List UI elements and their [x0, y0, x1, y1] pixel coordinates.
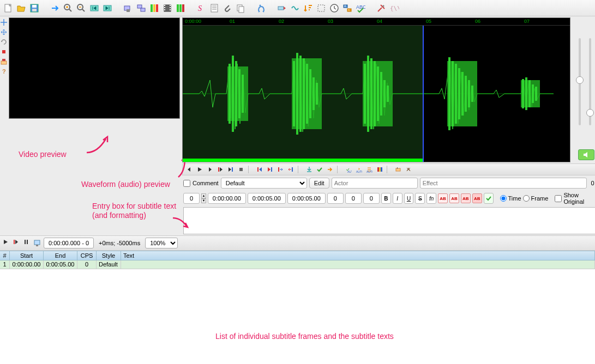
actor-input[interactable]	[332, 178, 418, 189]
strike-button[interactable]: S	[415, 193, 425, 204]
jump-start-icon[interactable]	[88, 2, 100, 14]
shift-times-icon[interactable]	[276, 2, 288, 14]
help-icon[interactable]: ?	[0, 68, 8, 75]
video-preview[interactable]	[9, 17, 180, 119]
italic-button[interactable]: I	[393, 193, 402, 204]
margin-v-input[interactable]	[363, 193, 380, 204]
snap-start-icon[interactable]	[276, 165, 285, 174]
style-manager-icon[interactable]: S	[195, 2, 207, 14]
select-icon[interactable]	[315, 2, 327, 14]
col-end[interactable]: End	[44, 251, 77, 260]
col-cps[interactable]: CPS	[77, 251, 97, 260]
play-line-icon[interactable]	[13, 239, 21, 247]
commit-stay-icon[interactable]	[305, 165, 314, 174]
scale-slider[interactable]	[589, 38, 591, 125]
play-icon[interactable]	[195, 165, 204, 174]
play-video-icon[interactable]	[2, 239, 11, 247]
auto-scroll-icon[interactable]: AUTO	[365, 165, 374, 174]
record-icon[interactable]	[0, 48, 8, 56]
start-time-input[interactable]	[208, 193, 246, 204]
toggle-autoscroll-icon[interactable]	[33, 239, 42, 247]
new-icon[interactable]	[2, 2, 14, 14]
properties-icon[interactable]	[208, 2, 220, 14]
layer-down[interactable]: ▼	[201, 198, 206, 203]
karaoke-icon[interactable]	[394, 165, 402, 174]
duration-input[interactable]	[287, 193, 326, 204]
play-end-icon[interactable]	[226, 165, 235, 174]
stop-icon[interactable]	[237, 165, 245, 174]
end-time-input[interactable]	[248, 193, 286, 204]
zoom-in-icon[interactable]	[62, 2, 74, 14]
jump-end-icon[interactable]	[101, 2, 113, 14]
pause-icon[interactable]	[23, 239, 32, 247]
crosshair-icon[interactable]	[0, 19, 8, 26]
spectrum-icon[interactable]	[375, 165, 384, 174]
redo-icon[interactable]	[49, 2, 61, 14]
grid-body[interactable]: List of individual subtitle frames and t…	[0, 269, 595, 364]
sort-icon[interactable]	[302, 2, 314, 14]
margin-l-input[interactable]	[327, 193, 344, 204]
layer-up[interactable]: ▲	[201, 193, 206, 198]
style-select[interactable]: Default	[221, 178, 307, 189]
lead-in-icon[interactable]	[255, 165, 264, 174]
subtitle-text-input[interactable]	[183, 207, 595, 234]
waveform-display[interactable]: 0:00:00 01 02 03 04 05 06 07	[182, 17, 570, 162]
video-detach-icon[interactable]	[135, 2, 147, 14]
comment-checkbox[interactable]	[183, 180, 190, 187]
rotate-icon[interactable]	[0, 38, 8, 46]
svg-rect-12	[151, 4, 153, 12]
table-row[interactable]: 1 0:00:00.00 0:00:05.00 0 Default	[0, 260, 595, 269]
zoom-slider[interactable]	[579, 38, 581, 125]
next-line-icon[interactable]	[206, 165, 214, 174]
margin-r-input[interactable]	[345, 193, 362, 204]
scale-icon[interactable]	[0, 58, 8, 65]
svg-rect-22	[177, 4, 179, 12]
spellcheck-icon[interactable]: ABC	[354, 2, 366, 14]
edit-button[interactable]: Edit	[309, 178, 329, 189]
automation-icon[interactable]	[255, 2, 267, 14]
keyframe-icon[interactable]: An	[341, 2, 353, 14]
color2-button[interactable]: AB	[449, 193, 459, 203]
col-style[interactable]: Style	[97, 251, 121, 260]
col-num[interactable]: #	[0, 251, 10, 260]
underline-button[interactable]: U	[404, 193, 414, 204]
clock-icon[interactable]	[328, 2, 340, 14]
go-icon[interactable]	[326, 165, 334, 174]
auto-next-icon[interactable]: AUTO	[354, 165, 363, 174]
auto-commit-icon[interactable]: AUTO	[344, 165, 353, 174]
tools-icon[interactable]	[375, 2, 387, 14]
zoom-select[interactable]: 100%	[145, 238, 178, 248]
color3-button[interactable]: AB	[461, 193, 471, 203]
effect-input[interactable]	[420, 178, 587, 189]
copy-icon[interactable]	[235, 2, 247, 14]
lead-out-icon[interactable]	[266, 165, 274, 174]
move-icon[interactable]	[0, 28, 8, 36]
snap-end-icon[interactable]	[286, 165, 295, 174]
commit-icon[interactable]	[315, 165, 324, 174]
bold-button[interactable]: B	[381, 193, 391, 204]
color1-button[interactable]: AB	[438, 193, 448, 203]
show-original-checkbox[interactable]	[555, 195, 562, 202]
split-icon[interactable]	[404, 165, 413, 174]
color4-button[interactable]: AB	[472, 193, 482, 203]
commit-text-button[interactable]	[484, 193, 494, 204]
film-icon[interactable]	[161, 2, 173, 14]
attach-icon[interactable]	[221, 2, 233, 14]
resample-icon[interactable]	[289, 2, 301, 14]
timing-icon[interactable]	[148, 2, 160, 14]
timing2-icon[interactable]	[175, 2, 187, 14]
layer-input[interactable]	[183, 193, 200, 204]
time-radio[interactable]	[500, 195, 507, 202]
play-start-icon[interactable]	[216, 165, 225, 174]
svg-rect-52	[242, 75, 244, 113]
col-start[interactable]: Start	[10, 251, 44, 260]
font-button[interactable]: fn	[426, 193, 436, 204]
speaker-button[interactable]	[578, 149, 594, 160]
save-icon[interactable]	[28, 2, 40, 14]
frame-radio[interactable]	[523, 195, 530, 202]
macro-icon[interactable]: {\\t}	[388, 2, 400, 14]
zoom-out-icon[interactable]	[75, 2, 87, 14]
video-open-icon[interactable]	[122, 2, 134, 14]
col-text[interactable]: Text	[121, 251, 595, 260]
open-icon[interactable]	[15, 2, 27, 14]
